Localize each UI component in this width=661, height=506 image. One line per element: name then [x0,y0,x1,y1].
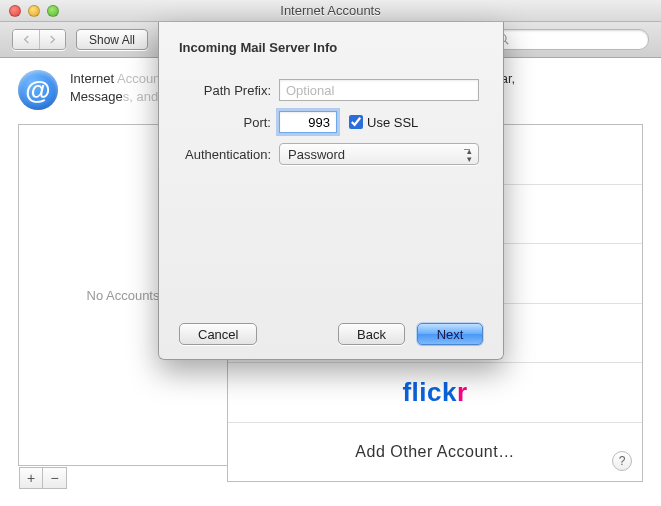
back-sheet-button[interactable]: Back [338,323,405,345]
chevron-right-icon [48,35,57,44]
next-button[interactable]: Next [417,323,483,345]
use-ssl-checkbox[interactable]: Use SSL [345,112,418,132]
auth-value: Password [288,147,345,162]
search-input[interactable] [489,29,649,50]
window-title: Internet Accounts [0,3,661,18]
window-controls [9,5,59,17]
zoom-window-button[interactable] [47,5,59,17]
back-button[interactable] [13,30,39,49]
add-account-button[interactable]: + [19,467,43,489]
incoming-mail-sheet: Incoming Mail Server Info Path Prefix: P… [158,22,504,360]
at-icon: @ [18,70,58,110]
row-port: Port: Use SSL [179,111,483,133]
row-auth: Authentication: Password ▴▾ [179,143,483,165]
titlebar: Internet Accounts [0,0,661,22]
close-window-button[interactable] [9,5,21,17]
forward-button[interactable] [39,30,65,49]
show-all-button[interactable]: Show All [76,29,148,50]
path-prefix-input[interactable] [279,79,479,101]
intro-visible-1: Internet [70,71,117,86]
sheet-button-row: Cancel Back Next [179,323,483,345]
cancel-button[interactable]: Cancel [179,323,257,345]
use-ssl-label: Use SSL [367,115,418,130]
search-box [489,29,649,50]
use-ssl-input[interactable] [349,115,363,129]
path-prefix-label: Path Prefix: [179,83,279,98]
minimize-window-button[interactable] [28,5,40,17]
chevron-updown-icon: ▴▾ [467,147,472,163]
service-flickr[interactable]: flickr [228,363,642,423]
auth-label: Authentication: [179,147,279,162]
port-label: Port: [179,115,279,130]
chevron-left-icon [22,35,31,44]
add-other-account[interactable]: Add Other Account… [228,423,642,482]
sheet-title: Incoming Mail Server Info [179,40,483,55]
remove-account-button[interactable]: − [43,467,67,489]
intro-visible-3: Message [70,89,123,104]
row-path-prefix: Path Prefix: [179,79,483,101]
svg-line-1 [505,41,508,44]
nav-segment [12,29,66,50]
help-button[interactable]: ? [612,451,632,471]
auth-select[interactable]: Password ▴▾ [279,143,479,165]
port-input[interactable] [279,111,337,133]
add-remove-row: + − [19,467,67,489]
